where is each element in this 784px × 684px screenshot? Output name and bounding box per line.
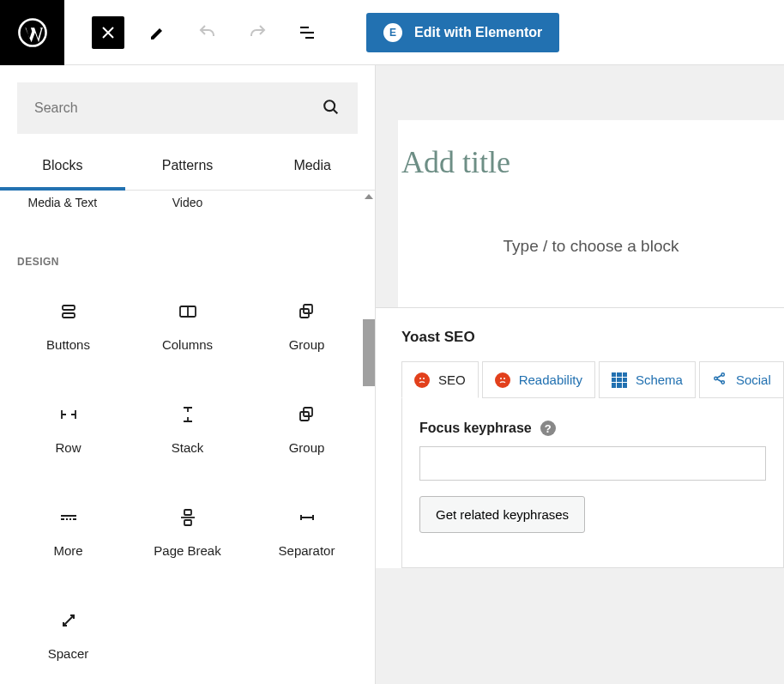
document-overview-icon[interactable] [291,16,323,49]
focus-keyphrase-label: Focus keyphrase [419,421,532,436]
redo-button[interactable] [241,16,274,49]
post-canvas: Add title Type / to choose a block [398,120,784,307]
svg-point-11 [419,378,421,379]
svg-rect-10 [184,520,191,525]
search-box [17,82,358,134]
blocks-scroll-area[interactable]: Media & Text Video DESIGN Buttons Column… [0,191,375,684]
focus-keyphrase-input[interactable] [419,446,766,481]
block-columns[interactable]: Columns [128,275,247,378]
sad-face-icon [414,372,430,388]
block-inserter-panel: Blocks Patterns Media Media & Text Video… [0,65,376,684]
svg-point-13 [500,378,502,379]
yoast-tab-seo[interactable]: SEO [401,361,479,398]
elementor-icon: E [383,23,402,42]
post-title-input[interactable]: Add title [398,120,784,189]
svg-point-14 [504,378,505,379]
yoast-tab-schema[interactable]: Schema [599,361,696,398]
block-more[interactable]: More [9,481,128,584]
scroll-up-arrow-icon[interactable] [365,194,373,199]
get-related-keyphrases-button[interactable]: Get related keyphrases [419,496,585,533]
category-design-label: DESIGN [0,213,375,275]
svg-rect-3 [63,313,75,318]
block-group[interactable]: Group [247,275,366,378]
svg-point-16 [721,373,724,376]
yoast-heading: Yoast SEO [401,329,784,346]
block-row[interactable]: Row [9,378,128,481]
block-page-break[interactable]: Page Break [128,481,247,584]
tab-patterns[interactable]: Patterns [125,144,250,191]
share-icon [712,371,727,389]
yoast-seo-panel: Yoast SEO SEO Readability Schema Social [376,307,784,568]
inserter-tabs: Blocks Patterns Media [0,144,375,191]
top-toolbar: E Edit with Elementor [0,0,784,65]
undo-button[interactable] [191,16,224,49]
svg-point-15 [715,377,717,379]
wordpress-logo[interactable] [0,0,64,65]
block-group-2[interactable]: Group [247,378,366,481]
block-media-text-label: Media & Text [1,196,124,209]
block-separator[interactable]: Separator [247,481,366,584]
yoast-tab-readability[interactable]: Readability [482,361,595,398]
svg-point-17 [721,381,724,384]
block-stack[interactable]: Stack [128,378,247,481]
svg-rect-2 [63,306,75,310]
search-icon [322,98,341,119]
tab-media[interactable]: Media [250,144,375,191]
grid-icon [612,372,627,388]
sad-face-icon [495,372,510,388]
editor-canvas-area: Add title Type / to choose a block Yoast… [376,65,784,684]
edit-icon[interactable] [142,16,174,49]
post-body-placeholder[interactable]: Type / to choose a block [398,189,784,264]
scrollbar-thumb[interactable] [363,319,375,386]
elementor-label: Edit with Elementor [414,25,542,40]
svg-rect-9 [184,510,191,515]
close-inserter-button[interactable] [92,16,124,49]
block-video-label: Video [125,196,249,209]
edit-with-elementor-button[interactable]: E Edit with Elementor [366,13,559,52]
block-buttons[interactable]: Buttons [9,275,128,378]
tab-blocks[interactable]: Blocks [0,144,125,191]
yoast-tab-social[interactable]: Social [699,361,784,398]
help-icon[interactable]: ? [540,421,556,436]
svg-point-12 [423,378,425,379]
block-spacer[interactable]: Spacer [9,584,128,684]
svg-point-1 [324,100,335,111]
search-input[interactable] [34,100,322,116]
